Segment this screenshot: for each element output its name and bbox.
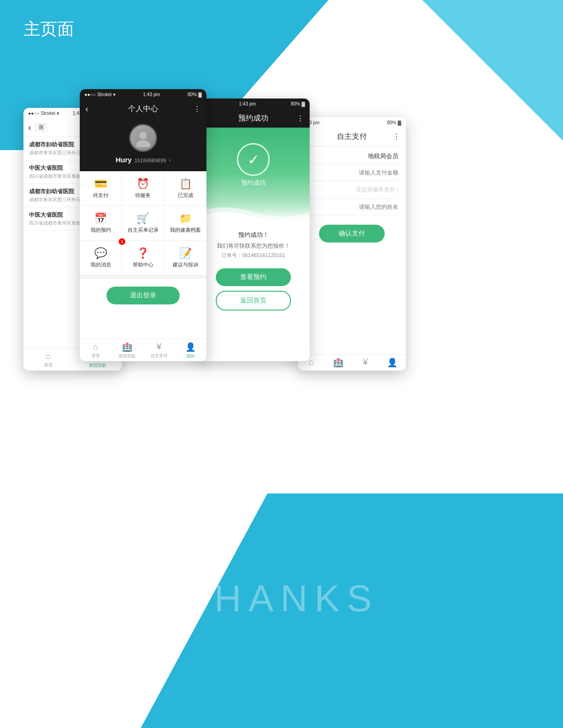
- phone2-back-btn[interactable]: ‹: [85, 104, 88, 114]
- confirm-payment-button[interactable]: 确认支付: [319, 225, 385, 243]
- wave-area: [197, 203, 310, 221]
- success-submessage: 我们将尽快联系您为您报价！: [205, 242, 302, 250]
- phone3-success-body: 预约成功！ 我们将尽快联系您为您报价！ 订单号：561465161125151 …: [197, 221, 310, 325]
- phone2-status-bar: ●●○○ Strokei ▾ 1:43 pm 80% ▓: [80, 89, 206, 99]
- phone4-tab-bar: ⌂ 🏥 ¥ 👤: [298, 354, 406, 371]
- service-type-select[interactable]: 请选择服务类型 ›: [305, 181, 398, 199]
- tab2-hospital[interactable]: 🏥 医院导航: [112, 342, 144, 359]
- phone3-nav-title: 预约成功: [238, 114, 268, 123]
- payment-section-title: 地税局会员: [305, 146, 398, 165]
- order-number: 订单号：561465161125151: [205, 252, 302, 259]
- tab4-hospital[interactable]: 🏥: [325, 357, 352, 369]
- phone1-back[interactable]: ‹: [28, 122, 31, 133]
- menu-help[interactable]: ❓ 帮助中心: [122, 241, 164, 275]
- phone3-status-bar: ▾ 1:43 pm 80% ▓: [197, 99, 310, 109]
- phone-self-payment: 1:43 pm 80% ▓ 自主支付 ⋮ 地税局会员 请选择服务类型 › 确认支…: [298, 117, 406, 371]
- phone4-nav-title: 自主支付: [337, 132, 367, 142]
- tab2-mine[interactable]: 👤 我的: [175, 342, 207, 359]
- menu-purchase-history[interactable]: 🛒 自主买单记录: [122, 206, 164, 241]
- thanks-text: THANKS: [184, 577, 379, 620]
- logout-button[interactable]: 退出登录: [107, 287, 180, 304]
- svg-point-0: [139, 132, 147, 139]
- phone2-profile-header: Hury 15184669899 ›: [80, 118, 206, 171]
- menu-feedback[interactable]: 📝 建议与投诉: [164, 241, 206, 275]
- menu-health-records[interactable]: 📁 我的健康档案: [164, 206, 206, 241]
- phone2-nav-bar: ‹ 个人中心 ⋮: [80, 99, 206, 118]
- success-check-icon: ✓: [248, 152, 259, 168]
- menu-pending-payment[interactable]: 💳 待支付: [80, 171, 122, 206]
- phone4-payment-body: 地税局会员 请选择服务类型 › 确认支付: [298, 146, 406, 243]
- phone3-more-btn[interactable]: ⋮: [297, 114, 304, 123]
- tab-home[interactable]: ⌂ 首页: [23, 351, 73, 369]
- menu-messages[interactable]: 💬 我的消息: [80, 241, 122, 275]
- success-message: 预约成功！: [205, 231, 302, 239]
- phones-container: ●●○○ Strokei ▾ 1:43 pm 80% ▓ ‹ 医 成都市妇幼省医…: [0, 80, 563, 408]
- tab4-mine[interactable]: 👤: [379, 357, 406, 369]
- view-appointment-button[interactable]: 查看预约: [216, 268, 291, 286]
- phone3-success-header: ✓ 预约成功: [197, 128, 310, 203]
- profile-arrow[interactable]: ›: [169, 157, 171, 163]
- name-input[interactable]: [305, 199, 398, 215]
- phone3-nav-bar: 预约成功 ⋮: [197, 109, 310, 128]
- payment-amount-input[interactable]: [305, 165, 398, 181]
- phone2-nav-title: 个人中心: [128, 104, 158, 114]
- menu-completed[interactable]: 📋 已完成: [164, 171, 206, 206]
- phone2-tab-bar: ⌂ 首页 🏥 医院导航 ¥ 自主支付 👤 我的: [80, 339, 206, 361]
- phone4-status-bar: 1:43 pm 80% ▓: [298, 117, 406, 128]
- avatar: [129, 124, 157, 152]
- tab2-home[interactable]: ⌂ 首页: [80, 342, 112, 359]
- phone2-menu-grid: 💳 待支付 ⏰ 待服务 📋 已完成 📅 我的预约 🛒 自主买单记录 📁 我: [80, 171, 206, 279]
- svg-point-1: [136, 140, 150, 147]
- phone4-nav-bar: 自主支付 ⋮: [298, 128, 406, 146]
- phone-personal-center: ●●○○ Strokei ▾ 1:43 pm 80% ▓ ‹ 个人中心 ⋮: [80, 89, 206, 361]
- tab2-payment[interactable]: ¥ 自主支付: [143, 342, 175, 359]
- profile-name: Hury: [115, 156, 131, 164]
- phone1-carrier: ●●○○ Strokei ▾: [28, 111, 59, 116]
- success-label: 预约成功: [241, 179, 266, 187]
- return-home-button[interactable]: 返回首页: [216, 291, 291, 311]
- phone1-search-badge: 医: [35, 122, 48, 132]
- menu-my-appointments[interactable]: 📅 我的预约: [80, 206, 122, 241]
- profile-phone: 15184669899: [135, 158, 166, 163]
- success-circle: ✓: [237, 143, 270, 176]
- menu-pending-service[interactable]: ⏰ 待服务: [122, 171, 164, 206]
- tab4-payment[interactable]: ¥: [352, 357, 379, 369]
- phone4-more-btn[interactable]: ⋮: [393, 132, 400, 141]
- page-title: 主页面: [23, 18, 74, 41]
- phone-appointment-success: ▾ 1:43 pm 80% ▓ 预约成功 ⋮ ✓ 预约成功 预约成功！: [197, 99, 310, 361]
- phone2-more-btn[interactable]: ⋮: [193, 105, 201, 114]
